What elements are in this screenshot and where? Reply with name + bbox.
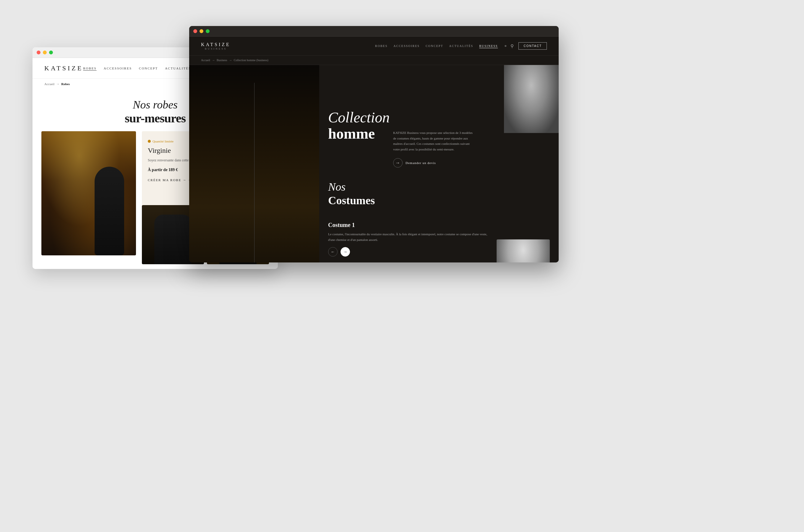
maximize-button-light[interactable] [49,51,53,54]
nav-business-dark[interactable]: BUSINESS [479,44,498,48]
costume-navigation: ← → [328,247,494,256]
suit-thumb-inner [497,240,550,263]
costumes-line2: Costumes [328,194,553,208]
vertical-line-decoration [254,83,254,263]
dark-main-layout: Collection homme KATSIZE Business vous p… [189,65,559,263]
nav-actualites-light[interactable]: ACTUALITÉS [165,66,191,70]
nav-robes-dark[interactable]: ROBES [375,44,387,48]
devis-label: Demander un devis [405,161,436,165]
nav-concept-dark[interactable]: CONCEPT [426,44,443,48]
nav-icons-dark: ⚬ ⚲ [504,43,514,49]
logo-dark-main: KATSIZE [201,42,231,47]
create-btn[interactable]: CRÉER MA ROBE → [148,178,192,182]
breadcrumb-sep-light: → [56,82,59,86]
bc-home-dark[interactable]: Accueil [201,58,210,62]
cart-icon-dark[interactable]: ⚲ [511,43,514,49]
main-photo-light [41,131,136,255]
limited-badge: Quantité limitée [148,139,173,143]
dark-col-right: Collection homme KATSIZE Business vous p… [319,65,559,263]
dark-description: KATSIZE Business vous propose une sélect… [393,130,476,152]
collection-line2: homme [328,126,389,142]
costume1-desc: Le costume, l'incontournable du vestiair… [328,231,494,242]
next-costume-btn[interactable]: → [341,247,350,256]
dark-col-left [189,65,319,263]
costumes-title: Nos Costumes [328,180,553,207]
costume1-name: Costume 1 [328,222,494,228]
nav-links-dark: ROBES ACCESSOIRES CONCEPT ACTUALITÉS BUS… [375,44,498,48]
badge-circle-icon [148,140,151,143]
breadcrumb-dark: Accueil → Business → Collection homme (b… [189,56,559,65]
window-dark: KATSIZE BUSINESS ROBES ACCESSOIRES CONCE… [189,26,559,263]
woman-figure-light [95,167,124,255]
window-dark-titlebar [189,26,559,37]
description-area: KATSIZE Business vous propose une sélect… [393,130,494,176]
bc-business-dark[interactable]: Business [217,58,227,62]
close-button-dark[interactable] [193,29,197,33]
collection-title-area: Collection homme [328,109,389,142]
breadcrumb-current-light: Robes [61,82,70,86]
devis-circle-icon: → [393,158,403,168]
close-button-light[interactable] [37,51,40,54]
costume1-area: Costume 1 Le costume, l'incontournable d… [328,222,494,256]
model-portrait-inner [504,65,559,133]
nav-robes-light[interactable]: ROBES [83,66,96,70]
logo-light: KATSIZE [44,64,83,72]
bc-sep2-dark: → [229,58,232,62]
bc-sep1-dark: → [212,58,215,62]
maximize-button-dark[interactable] [206,29,210,33]
contact-button-dark[interactable]: CONTACT [518,42,547,50]
bc-current-dark: Collection homme (business) [234,58,268,62]
nav-dark: KATSIZE BUSINESS ROBES ACCESSOIRES CONCE… [189,37,559,56]
person-thumb-1 [154,214,192,265]
collection-line1: Collection [328,109,389,126]
nav-actualites-dark[interactable]: ACTUALITÉS [449,44,473,48]
breadcrumb-home-light[interactable]: Accueil [44,82,54,86]
badge-text: Quantité limitée [153,139,173,143]
user-icon-dark[interactable]: ⚬ [504,43,508,49]
logo-dark-sub: BUSINESS [201,47,231,50]
costumes-section: Nos Costumes [328,180,553,207]
nav-accessoires-light[interactable]: ACCESSOIRES [104,66,132,70]
suit-thumb [497,240,550,263]
logo-dark: KATSIZE BUSINESS [201,42,231,50]
nav-accessoires-dark[interactable]: ACCESSOIRES [394,44,420,48]
model-portrait [504,65,559,133]
minimize-button-light[interactable] [43,51,47,54]
nav-concept-light[interactable]: CONCEPT [139,66,158,70]
costumes-line1: Nos [328,180,553,194]
prev-costume-btn[interactable]: ← [328,247,338,256]
minimize-button-dark[interactable] [199,29,203,33]
devis-button[interactable]: → Demander un devis [393,158,494,168]
